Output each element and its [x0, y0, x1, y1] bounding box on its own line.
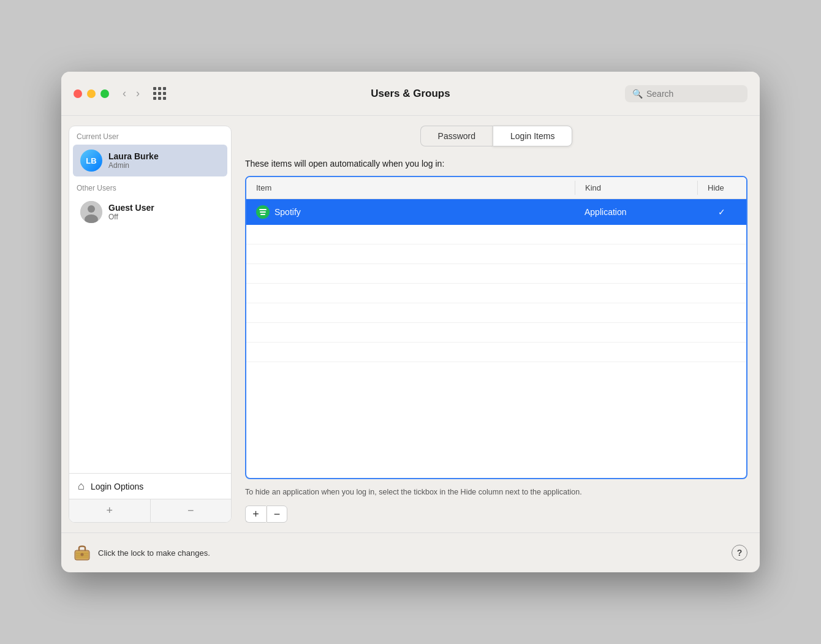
lock-text: Click the lock to make changes. — [98, 548, 210, 558]
right-panel: Password Login Items These items will op… — [239, 116, 760, 532]
table-row[interactable]: Spotify Application ✓ — [246, 199, 746, 225]
add-item-button[interactable]: + — [245, 506, 266, 523]
current-user-item[interactable]: LB Laura Burke Admin — [73, 145, 227, 176]
home-icon: ⌂ — [78, 480, 85, 493]
close-button[interactable] — [74, 89, 82, 98]
table-header: Item Kind Hide — [246, 177, 746, 199]
current-user-label: Current User — [69, 126, 231, 143]
tabs-row: Password Login Items — [245, 126, 747, 146]
col-header-kind: Kind — [575, 181, 697, 195]
remove-item-button[interactable]: − — [267, 506, 287, 523]
tab-password[interactable]: Password — [420, 126, 493, 146]
hint-text: To hide an application when you log in, … — [245, 487, 747, 498]
row-item-name: Spotify — [246, 203, 575, 221]
user-name: Laura Burke — [108, 151, 220, 161]
user-role: Admin — [108, 161, 220, 170]
description-text: These items will open automatically when… — [245, 159, 747, 169]
grid-dot — [163, 92, 166, 95]
row-kind: Application — [575, 205, 697, 219]
grid-dot — [158, 97, 161, 100]
help-button[interactable]: ? — [732, 545, 747, 561]
other-users-label: Other Users — [69, 178, 231, 195]
svg-point-1 — [88, 205, 95, 213]
sidebar-toolbar: + − — [69, 499, 231, 522]
remove-user-button[interactable]: − — [151, 499, 232, 522]
tab-login-items[interactable]: Login Items — [493, 126, 572, 146]
back-button[interactable]: ‹ — [119, 85, 130, 102]
lock-button[interactable] — [74, 542, 91, 564]
grid-dot — [158, 92, 161, 95]
nav-buttons: ‹ › — [119, 85, 143, 102]
bottom-bar: Click the lock to make changes. ? — [61, 532, 760, 572]
maximize-button[interactable] — [100, 89, 109, 98]
empty-row — [246, 323, 746, 343]
add-user-button[interactable]: + — [69, 499, 151, 522]
col-header-hide: Hide — [697, 181, 746, 195]
search-input[interactable] — [646, 89, 740, 99]
sidebar-panel: Current User LB Laura Burke Admin Other … — [69, 126, 232, 523]
empty-row — [246, 244, 746, 264]
user-info: Laura Burke Admin — [108, 151, 220, 170]
spotify-line — [259, 209, 267, 210]
empty-row — [246, 303, 746, 323]
guest-user-info: Guest User Off — [108, 203, 220, 221]
sidebar: Current User LB Laura Burke Admin Other … — [61, 116, 239, 532]
add-remove-row: + − — [245, 506, 747, 523]
login-options-item[interactable]: ⌂ Login Options — [69, 473, 231, 499]
col-header-item: Item — [246, 181, 575, 195]
empty-row — [246, 343, 746, 362]
login-options-label: Login Options — [91, 482, 143, 491]
spotify-lines — [259, 209, 267, 215]
grid-dot — [153, 92, 156, 95]
svg-point-8 — [81, 553, 84, 556]
main-window: ‹ › Users & Groups 🔍 Current User — [61, 72, 760, 572]
grid-button[interactable] — [153, 87, 166, 100]
grid-dot — [158, 87, 161, 90]
search-box[interactable]: 🔍 — [625, 85, 747, 102]
spotify-line — [260, 211, 266, 213]
login-items-table: Item Kind Hide Spotify — [245, 176, 747, 479]
main-content: Current User LB Laura Burke Admin Other … — [61, 116, 760, 532]
guest-user-name: Guest User — [108, 203, 220, 213]
grid-dot — [163, 97, 166, 100]
search-icon: 🔍 — [632, 89, 643, 99]
window-title: Users & Groups — [371, 88, 450, 100]
guest-user-status: Off — [108, 213, 220, 221]
minimize-button[interactable] — [87, 89, 96, 98]
guest-user-item[interactable]: Guest User Off — [73, 196, 227, 228]
empty-row — [246, 225, 746, 244]
titlebar: ‹ › Users & Groups 🔍 — [61, 72, 760, 116]
grid-dot — [153, 87, 156, 90]
traffic-lights — [74, 89, 109, 98]
empty-rows — [246, 225, 746, 362]
lock-icon — [74, 542, 91, 561]
forward-button[interactable]: › — [132, 85, 143, 102]
empty-row — [246, 284, 746, 303]
empty-row — [246, 264, 746, 284]
row-item-label: Spotify — [274, 207, 301, 217]
guest-avatar — [80, 201, 102, 223]
avatar: LB — [80, 150, 102, 172]
spotify-icon — [256, 205, 270, 219]
spotify-line — [260, 214, 265, 215]
row-hide-check[interactable]: ✓ — [697, 205, 746, 219]
grid-dot — [163, 87, 166, 90]
grid-dot — [153, 97, 156, 100]
